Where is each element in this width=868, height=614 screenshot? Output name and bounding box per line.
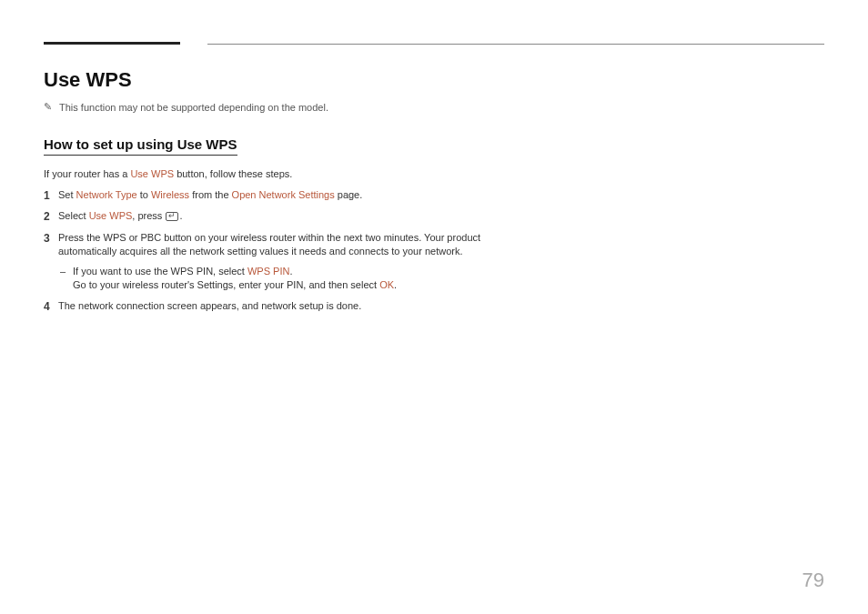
step-3-sub-c: Go to your wireless router's Settings, e… [73,279,379,290]
step-3: Press the WPS or PBC button on your wire… [44,231,517,293]
thin-bar [207,44,824,45]
note-row: ✎ This function may not be supported dep… [44,101,824,113]
step-3-sub-a: If you want to use the WPS PIN, select [73,266,247,277]
step-4-text: The network connection screen appears, a… [58,300,361,311]
step-2-b: , press [132,210,165,221]
step-1-hl2: Wireless [151,189,189,200]
enter-icon [166,212,178,221]
note-text: This function may not be supported depen… [59,102,328,113]
intro-pre: If your router has a [44,168,130,179]
step-3-sub: If you want to use the WPS PIN, select W… [58,265,517,293]
step-2-a: Select [58,210,89,221]
intro-post: button, follow these steps. [174,168,292,179]
steps-list: Set Network Type to Wireless from the Op… [44,188,517,314]
thick-bar [44,42,180,45]
header-divider [44,42,824,45]
step-3-sub-hl2: OK [379,279,394,290]
intro-text: If your router has a Use WPS button, fol… [44,168,824,179]
step-3-sub-b: . [289,266,292,277]
step-3-sub-hl1: WPS PIN [247,266,289,277]
step-1-a: Set [58,189,76,200]
step-2-c: . [179,210,182,221]
step-2-hl1: Use WPS [89,210,133,221]
step-1-hl3: Open Network Settings [232,189,335,200]
intro-highlight: Use WPS [130,168,174,179]
step-1-b: to [137,189,151,200]
step-1-d: page. [335,189,363,200]
page-content: Use WPS ✎ This function may not be suppo… [0,0,868,314]
pencil-icon: ✎ [44,101,52,113]
page-number: 79 [802,569,824,592]
step-4: The network connection screen appears, a… [44,299,517,313]
step-2: Select Use WPS, press . [44,209,517,223]
page-title: Use WPS [44,68,824,92]
step-1: Set Network Type to Wireless from the Op… [44,188,517,202]
step-1-hl1: Network Type [76,189,137,200]
step-1-c: from the [189,189,231,200]
step-3-text: Press the WPS or PBC button on your wire… [58,232,480,257]
step-3-sub-d: . [394,279,397,290]
section-title: How to set up using Use WPS [44,136,237,156]
